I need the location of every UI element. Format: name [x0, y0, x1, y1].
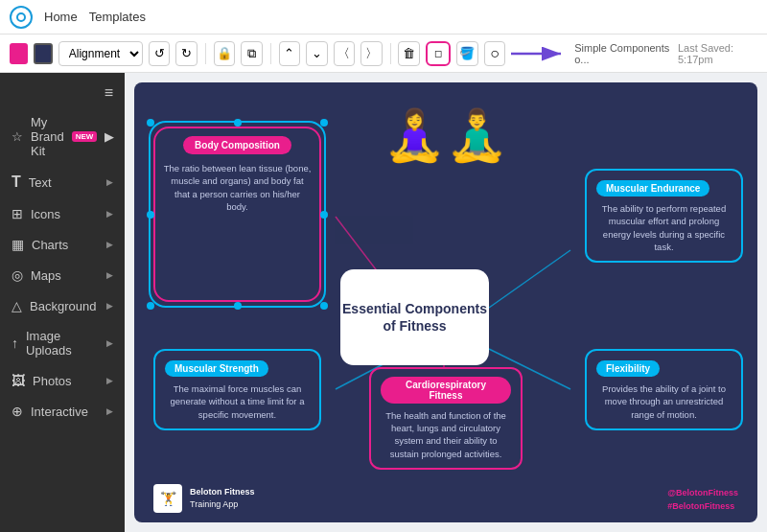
maps-label: Maps	[31, 268, 99, 283]
last-saved: Last Saved: 5:17pm	[678, 42, 757, 65]
sidebar-item-photos[interactable]: 🖼 Photos ▶	[0, 365, 125, 396]
move-down-button[interactable]: 〉	[360, 41, 383, 66]
background-icon: △	[12, 298, 22, 313]
canvas-area[interactable]: Body Composition The ratio between lean …	[125, 73, 767, 532]
muscular-endurance-card[interactable]: Muscular Endurance The ability to perfor…	[585, 169, 743, 263]
divider-1	[205, 43, 206, 64]
color-pink-swatch[interactable]	[10, 43, 28, 64]
footer-logo: 🏋️	[153, 484, 182, 513]
alignment-select[interactable]: Alignment	[58, 41, 143, 66]
mindmap-footer: 🏋️ Beloton Fitness Training App	[153, 484, 255, 513]
circle-style-button[interactable]: ○	[484, 41, 506, 66]
home-nav[interactable]: Home	[44, 10, 78, 24]
svg-line-3	[489, 250, 570, 308]
icons-icon: ⊞	[12, 206, 23, 221]
templates-nav[interactable]: Templates	[89, 10, 146, 24]
sidebar-item-background[interactable]: △ Background ▶	[0, 290, 125, 321]
handle-bl[interactable]	[147, 302, 154, 310]
move-backward-button[interactable]: 〈	[334, 41, 356, 66]
shape-fill-button[interactable]: ◻	[426, 41, 451, 66]
muscular-strength-text: The maximal force muscles can generate w…	[165, 382, 310, 421]
sidebar-item-text[interactable]: T Text ▶	[0, 166, 125, 198]
hamburger-menu[interactable]: ≡	[0, 79, 125, 107]
cardiorespiratory-title: Cardiorespiratory Fitness	[381, 377, 511, 404]
lock-button[interactable]: 🔒	[214, 41, 236, 66]
main-area: ≡ ☆ My Brand Kit NEW ▶ T Text ▶ ⊞ Icons …	[0, 73, 767, 532]
copy-button[interactable]: ⧉	[241, 41, 263, 66]
divider-3	[390, 43, 391, 64]
sidebar-item-charts[interactable]: ▦ Charts ▶	[0, 229, 125, 260]
interactive-arrow: ▶	[106, 406, 113, 416]
brand-kit-label: My Brand Kit	[31, 115, 64, 158]
text-icon: T	[12, 173, 21, 191]
handle-tr[interactable]	[320, 119, 328, 127]
footer-subtitle: Training App	[190, 498, 255, 511]
redo-button[interactable]: ↻	[175, 41, 198, 66]
photos-arrow: ▶	[106, 376, 113, 385]
delete-button[interactable]: 🗑	[398, 41, 420, 66]
muscular-strength-card[interactable]: Muscular Strength The maximal force musc…	[153, 349, 321, 430]
maps-icon: ◎	[12, 267, 23, 283]
handle-ml[interactable]	[147, 211, 154, 219]
center-card-text: Essential Components of Fitness	[340, 300, 489, 335]
text-arrow: ▶	[106, 177, 113, 187]
charts-label: Charts	[32, 238, 99, 252]
footer-social1: @BelotonFitness	[667, 487, 738, 500]
file-name: Simple Components o...	[574, 42, 670, 65]
sidebar-item-image-uploads[interactable]: ↑ Image Uploads ▶	[0, 321, 125, 365]
move-forward-button[interactable]: ⌄	[306, 41, 328, 66]
divider-2	[270, 43, 271, 64]
sidebar-item-icons[interactable]: ⊞ Icons ▶	[0, 198, 125, 229]
color-dark-swatch[interactable]	[34, 43, 52, 64]
selection-box	[149, 121, 326, 308]
text-label: Text	[29, 175, 99, 190]
undo-button[interactable]: ↺	[149, 41, 171, 66]
image-uploads-arrow: ▶	[106, 338, 113, 348]
brand-kit-badge: NEW	[72, 131, 98, 142]
footer-social: @BelotonFitness #BelotonFitness	[667, 487, 738, 513]
paint-bucket-button[interactable]: 🪣	[456, 41, 478, 66]
annotation-arrow	[511, 43, 569, 64]
photos-icon: 🖼	[12, 373, 25, 388]
mindmap[interactable]: Body Composition The ratio between lean …	[134, 82, 757, 522]
logo-inner-circle	[16, 12, 26, 22]
maps-arrow: ▶	[106, 270, 113, 280]
footer-brand-text: Beloton Fitness Training App	[190, 486, 255, 510]
handle-tl[interactable]	[147, 119, 154, 127]
flexibility-text: Provides the ability of a joint to move …	[596, 382, 732, 421]
handle-br[interactable]	[320, 302, 328, 310]
center-card[interactable]: Essential Components of Fitness	[340, 269, 489, 365]
move-up-button[interactable]: ⌃	[279, 41, 301, 66]
interactive-icon: ⊕	[12, 404, 23, 419]
icons-label: Icons	[31, 207, 99, 221]
handle-mr[interactable]	[320, 211, 328, 219]
image-uploads-icon: ↑	[12, 335, 18, 351]
brand-kit-icon: ☆	[12, 129, 23, 144]
handle-tc[interactable]	[234, 119, 242, 127]
sidebar-item-maps[interactable]: ◎ Maps ▶	[0, 260, 125, 290]
cardiorespiratory-card[interactable]: Cardiorespiratory Fitness The health and…	[369, 367, 523, 470]
sidebar-item-brand-kit[interactable]: ☆ My Brand Kit NEW ▶	[0, 107, 125, 166]
background-arrow: ▶	[106, 301, 113, 311]
muscular-endurance-title: Muscular Endurance	[596, 180, 709, 197]
handle-bc[interactable]	[234, 302, 242, 310]
flexibility-title: Flexibility	[596, 360, 660, 377]
sidebar-item-interactive[interactable]: ⊕ Interactive ▶	[0, 396, 125, 427]
muscular-strength-title: Muscular Strength	[165, 360, 268, 377]
brand-kit-arrow: ▶	[105, 129, 114, 144]
toolbar-right: Simple Components o... Last Saved: 5:17p…	[574, 42, 757, 65]
muscular-endurance-text: The ability to perform repeated muscular…	[596, 202, 732, 253]
photos-label: Photos	[33, 374, 99, 388]
footer-social2: #BelotonFitness	[667, 500, 738, 514]
top-navbar: Home Templates	[0, 0, 767, 35]
cardiorespiratory-text: The health and function of the heart, lu…	[381, 409, 511, 460]
flexibility-card[interactable]: Flexibility Provides the ability of a jo…	[585, 349, 743, 430]
footer-brand: Beloton Fitness	[190, 486, 255, 498]
charts-icon: ▦	[12, 237, 24, 252]
sidebar: ≡ ☆ My Brand Kit NEW ▶ T Text ▶ ⊞ Icons …	[0, 73, 125, 532]
app-logo	[10, 6, 33, 29]
yoga-figures: 🧘‍♀️🧘‍♂️	[384, 106, 508, 165]
image-uploads-label: Image Uploads	[26, 329, 99, 358]
background-label: Background	[30, 299, 99, 313]
toolbar: Alignment ↺ ↻ 🔒 ⧉ ⌃ ⌄ 〈 〉 🗑 ◻ 🪣 ○ Simple…	[0, 35, 767, 73]
